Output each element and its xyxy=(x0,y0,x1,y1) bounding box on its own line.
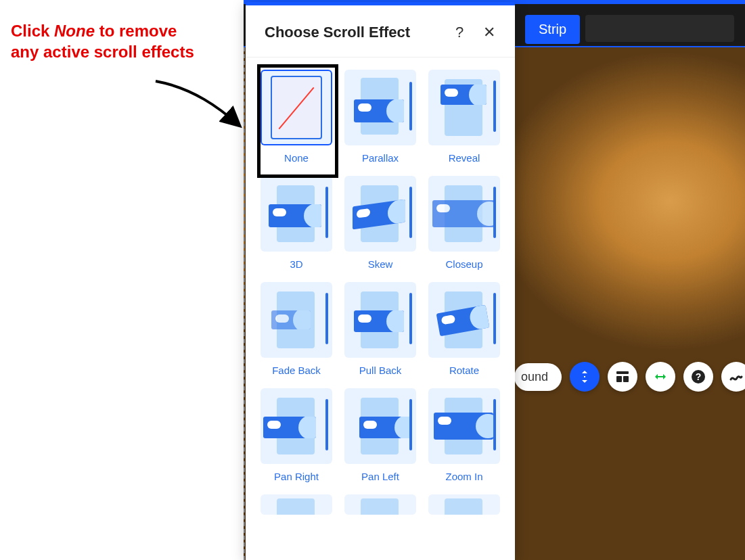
svg-rect-1 xyxy=(616,376,622,382)
svg-rect-0 xyxy=(616,371,629,374)
effect-tile-reveal[interactable]: Reveal xyxy=(428,70,500,164)
panel-title: Choose Scroll Effect xyxy=(265,24,439,41)
effect-tile-3d[interactable]: 3D xyxy=(261,176,332,270)
effect-tile-more-3[interactable] xyxy=(428,494,500,515)
scroll-effect-panel: Choose Scroll Effect ? ✕ None Parallax xyxy=(246,2,515,560)
strip-selector-button[interactable]: Strip xyxy=(525,15,580,44)
layout-button[interactable] xyxy=(608,362,637,392)
animation-button[interactable] xyxy=(721,362,745,392)
effect-tile-skew[interactable]: Skew xyxy=(344,176,416,270)
effect-tile-rotate[interactable]: Rotate xyxy=(428,282,500,376)
instruction-text: Click None to remove any active scroll e… xyxy=(11,20,200,62)
svg-text:?: ? xyxy=(696,371,702,382)
effect-tile-more-1[interactable] xyxy=(261,494,332,515)
help-button[interactable]: ? xyxy=(683,362,713,392)
effect-tile-pullback[interactable]: Pull Back xyxy=(344,282,416,376)
effect-tile-zoomin[interactable]: Zoom In xyxy=(428,388,500,482)
effects-grid: None Parallax Reveal xyxy=(261,70,500,515)
effect-tile-parallax[interactable]: Parallax xyxy=(344,70,416,164)
strip-toolbar: ound ? xyxy=(514,362,745,392)
effect-tile-closeup[interactable]: Closeup xyxy=(428,176,500,270)
instruction-arrow xyxy=(152,78,247,132)
effect-tile-panleft[interactable]: Pan Left xyxy=(344,388,416,482)
scroll-effects-button[interactable] xyxy=(570,362,600,392)
effect-tile-none[interactable]: None xyxy=(261,70,332,164)
close-icon[interactable]: ✕ xyxy=(480,23,499,42)
topbar-dark-area xyxy=(585,15,734,42)
effect-tile-more-2[interactable] xyxy=(344,494,416,515)
help-icon[interactable]: ? xyxy=(450,23,469,42)
change-background-button[interactable]: ound xyxy=(514,363,562,391)
stretch-button[interactable] xyxy=(646,362,675,392)
effect-tile-fadeback[interactable]: Fade Back xyxy=(261,282,332,376)
effect-tile-panright[interactable]: Pan Right xyxy=(261,388,332,482)
svg-rect-2 xyxy=(623,376,629,382)
